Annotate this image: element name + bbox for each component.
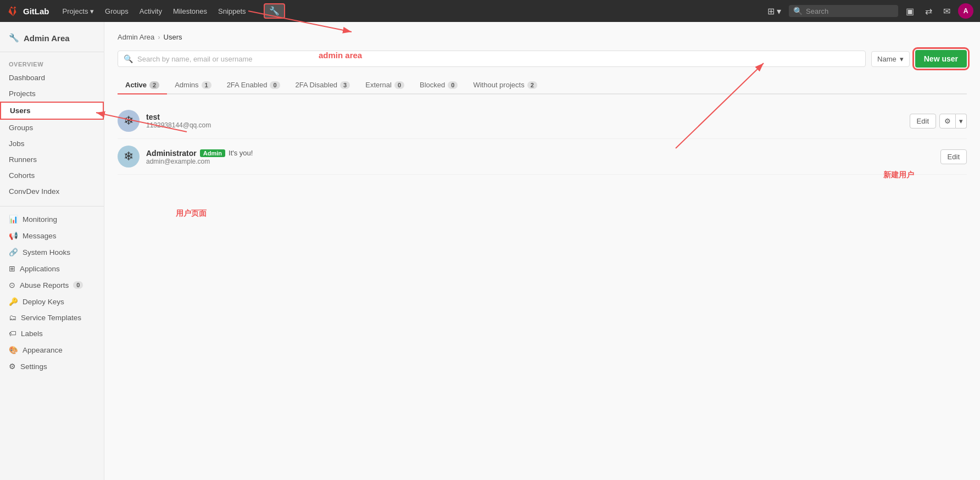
sort-dropdown[interactable]: Name ▾ (871, 51, 910, 67)
sidebar-item-label: Projects (9, 90, 36, 98)
sidebar-item-system-hooks[interactable]: 🔗 System Hooks (0, 244, 104, 260)
layout-icon-button[interactable]: ▣ (903, 4, 917, 19)
abuse-reports-badge: 0 (73, 281, 83, 289)
sidebar-item-users[interactable]: Users (0, 102, 104, 120)
sidebar-item-labels[interactable]: 🏷 Labels (0, 326, 104, 342)
sidebar-item-label: Abuse Reports (20, 281, 69, 289)
user-info: test 1132938144@qq.com (146, 113, 903, 129)
merge-request-icon-button[interactable]: ⇄ (922, 4, 936, 19)
sidebar-item-messages[interactable]: 📢 Messages (0, 227, 104, 244)
user-name: Administrator (146, 149, 197, 158)
user-avatar-button[interactable]: A (958, 3, 973, 19)
breadcrumb-admin-area[interactable]: Admin Area (118, 33, 154, 41)
tab-without-projects[interactable]: Without projects 2 (465, 76, 544, 94)
applications-icon: ⊞ (9, 264, 15, 273)
sidebar-item-service-templates[interactable]: 🗂 Service Templates (0, 310, 104, 326)
sidebar-item-settings[interactable]: ⚙ Settings (0, 358, 104, 375)
nav-projects[interactable]: Projects ▾ (58, 5, 99, 18)
tab-external-count: 0 (394, 81, 404, 89)
tab-2fa-enabled-label: 2FA Enabled (227, 81, 268, 89)
tab-admins[interactable]: Admins 1 (167, 76, 219, 94)
search-input[interactable] (806, 7, 894, 15)
sidebar-item-deploy-keys[interactable]: 🔑 Deploy Keys (0, 293, 104, 310)
breadcrumb-users: Users (164, 33, 182, 41)
tab-blocked-label: Blocked (420, 81, 445, 89)
layout: 🔧 Admin Area Overview Dashboard Projects… (0, 22, 980, 480)
appearance-icon: 🎨 (9, 345, 18, 354)
table-row: ❄ test 1132938144@qq.com Edit ⚙ ▾ (118, 103, 967, 139)
user-avatar: ❄ (118, 146, 140, 168)
sidebar-item-label: System Hooks (23, 248, 70, 256)
plus-button[interactable]: ⊞ ▾ (764, 4, 784, 19)
tab-without-projects-label: Without projects (473, 81, 524, 89)
abuse-reports-icon: ⊙ (9, 281, 15, 289)
user-gear-button[interactable]: ⚙ (939, 114, 956, 129)
sidebar-header: 🔧 Admin Area (0, 29, 104, 52)
service-templates-icon: 🗂 (9, 314, 16, 322)
sidebar-item-label: Jobs (9, 139, 25, 148)
sidebar-item-monitoring[interactable]: 📊 Monitoring (0, 211, 104, 227)
top-nav: GitLab Projects ▾ Groups Activity Milest… (0, 0, 980, 22)
tab-active[interactable]: Active 2 (118, 76, 167, 94)
user-actions: Edit ⚙ ▾ (910, 114, 967, 129)
sidebar-item-label: Appearance (23, 346, 63, 354)
user-email: 1132938144@qq.com (146, 121, 903, 129)
sort-label: Name (877, 55, 897, 63)
tab-admins-count: 1 (202, 81, 211, 89)
sidebar-item-projects[interactable]: Projects (0, 86, 104, 102)
sidebar-item-label: Cohorts (9, 171, 35, 180)
user-caret-button[interactable]: ▾ (956, 114, 967, 129)
messages-icon: 📢 (9, 231, 18, 240)
deploy-keys-icon: 🔑 (9, 297, 18, 306)
sidebar-item-dashboard[interactable]: Dashboard (0, 70, 104, 86)
tab-external[interactable]: External 0 (358, 76, 412, 94)
issues-icon-button[interactable]: ✉ (940, 4, 954, 19)
search-icon: 🔍 (793, 7, 803, 15)
nav-activity[interactable]: Activity (135, 5, 166, 18)
user-search-box[interactable]: 🔍 (118, 51, 866, 67)
brand-name: GitLab (23, 7, 49, 16)
self-text: It's you! (229, 149, 253, 157)
sidebar-item-appearance[interactable]: 🎨 Appearance (0, 342, 104, 358)
nav-links: Projects ▾ Groups Activity Milestones Sn… (58, 5, 250, 18)
nav-snippets[interactable]: Snippets (214, 5, 250, 18)
sidebar: 🔧 Admin Area Overview Dashboard Projects… (0, 22, 104, 480)
new-user-button[interactable]: New user (915, 50, 967, 68)
sidebar-item-label: Users (10, 107, 31, 115)
labels-icon: 🏷 (9, 330, 16, 338)
admin-wrench-button[interactable]: 🔧 (264, 3, 285, 19)
tab-2fa-disabled[interactable]: 2FA Disabled 3 (288, 76, 358, 94)
nav-milestones[interactable]: Milestones (169, 5, 211, 18)
nav-right: ⊞ ▾ 🔍 ▣ ⇄ ✉ A (764, 3, 973, 19)
sidebar-item-abuse-reports[interactable]: ⊙ Abuse Reports 0 (0, 277, 104, 293)
edit-admin-button[interactable]: Edit (940, 149, 967, 164)
tab-admins-label: Admins (175, 81, 198, 89)
user-tabs: Active 2 Admins 1 2FA Enabled 0 2FA Disa… (118, 76, 967, 94)
user-info: Administrator Admin It's you! admin@exam… (146, 148, 934, 165)
global-search[interactable]: 🔍 (789, 5, 898, 17)
admin-badge: Admin (200, 149, 225, 157)
tab-blocked[interactable]: Blocked 0 (412, 76, 465, 94)
sidebar-item-jobs[interactable]: Jobs (0, 136, 104, 152)
tab-blocked-count: 0 (448, 81, 458, 89)
user-name: test (146, 113, 903, 121)
user-name-row: Administrator Admin It's you! (146, 149, 934, 158)
sidebar-item-label: ConvDev Index (9, 187, 59, 196)
sidebar-item-cohorts[interactable]: Cohorts (0, 168, 104, 183)
logo[interactable]: GitLab (7, 4, 49, 18)
sidebar-item-convdev-index[interactable]: ConvDev Index (0, 183, 104, 199)
user-search-input[interactable] (137, 55, 860, 63)
tab-without-projects-count: 2 (527, 81, 537, 89)
user-list: ❄ test 1132938144@qq.com Edit ⚙ ▾ (118, 103, 967, 175)
sidebar-item-applications[interactable]: ⊞ Applications (0, 260, 104, 277)
sidebar-item-groups[interactable]: Groups (0, 120, 104, 136)
admin-area-icon: 🔧 (9, 33, 19, 43)
tab-external-label: External (365, 81, 392, 89)
sidebar-item-runners[interactable]: Runners (0, 152, 104, 168)
edit-user-button[interactable]: Edit (910, 114, 936, 129)
tab-2fa-enabled[interactable]: 2FA Enabled 0 (219, 76, 288, 94)
user-page-annotation: 用户页面 (176, 209, 207, 219)
nav-groups[interactable]: Groups (101, 5, 133, 18)
sidebar-item-label: Service Templates (21, 314, 81, 322)
tab-2fa-enabled-count: 0 (270, 81, 280, 89)
